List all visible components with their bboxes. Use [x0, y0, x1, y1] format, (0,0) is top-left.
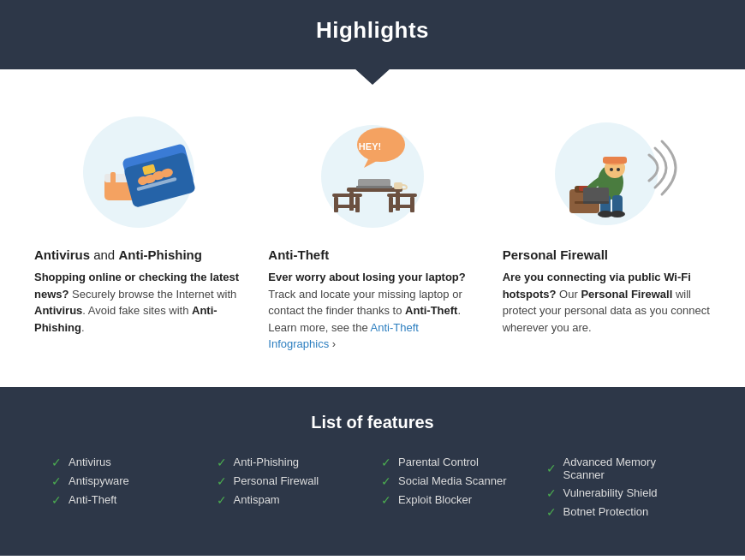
check-icon: ✓: [381, 493, 391, 507]
svg-rect-22: [334, 205, 360, 208]
feature-item: ✓Antispam: [217, 491, 365, 509]
features-column-3: ✓Advanced Memory Scanner✓Vulnerability S…: [546, 453, 694, 521]
svg-rect-23: [387, 194, 417, 197]
card-title-antitheft: Anti-Theft: [268, 247, 329, 262]
check-icon: ✓: [381, 456, 391, 469]
feature-label: Botnet Protection: [563, 505, 649, 518]
check-icon: ✓: [546, 462, 557, 475]
illustration-firewall: [503, 112, 711, 232]
svg-rect-29: [394, 182, 402, 189]
feature-item: ✓Exploit Blocker: [381, 491, 529, 509]
svg-rect-44: [603, 157, 627, 164]
feature-item: ✓Anti-Phishing: [217, 453, 365, 472]
feature-item: ✓Antivirus: [51, 453, 200, 472]
card-title-firewall: Personal Firewall: [503, 247, 608, 262]
svg-rect-28: [356, 186, 392, 188]
card-body-firewall: Are you connecting via public Wi-Fi hots…: [503, 269, 711, 336]
feature-label: Antispam: [234, 493, 280, 506]
check-icon: ✓: [217, 456, 227, 469]
svg-point-45: [610, 168, 613, 171]
check-icon: ✓: [546, 505, 557, 519]
card-body-antivirus: Shopping online or checking the latest n…: [34, 269, 242, 336]
feature-label: Exploit Blocker: [398, 493, 472, 506]
feature-item: ✓Botnet Protection: [546, 503, 694, 521]
check-icon: ✓: [217, 493, 227, 507]
feature-label: Anti-Phishing: [234, 456, 300, 468]
feature-item: ✓Advanced Memory Scanner: [546, 453, 694, 484]
highlights-section: Antivirus and Anti-Phishing Shopping onl…: [0, 69, 745, 387]
features-grid: ✓Antivirus✓Antispyware✓Anti-Theft✓Anti-P…: [51, 453, 694, 521]
check-icon: ✓: [546, 486, 557, 500]
svg-rect-3: [110, 172, 116, 186]
feature-item: ✓Vulnerability Shield: [546, 484, 694, 503]
header: Highlights: [0, 0, 745, 69]
features-column-2: ✓Parental Control✓Social Media Scanner✓E…: [381, 453, 529, 521]
features-column-0: ✓Antivirus✓Antispyware✓Anti-Theft: [51, 453, 200, 521]
check-icon: ✓: [51, 493, 62, 507]
feature-label: Personal Firewall: [234, 474, 319, 487]
illustration-antivirus: [34, 112, 242, 232]
card-title-antivirus: Antivirus and Anti-Phishing: [34, 247, 202, 262]
svg-rect-19: [332, 194, 362, 197]
feature-item: ✓Social Media Scanner: [381, 472, 529, 491]
svg-point-39: [610, 211, 625, 217]
check-icon: ✓: [51, 474, 62, 488]
feature-item: ✓Anti-Theft: [51, 491, 200, 509]
svg-text:HEY!: HEY!: [359, 141, 381, 152]
svg-rect-26: [389, 205, 414, 208]
features-title: List of features: [51, 413, 694, 432]
feature-label: Advanced Memory Scanner: [563, 456, 694, 481]
feature-item: ✓Parental Control: [381, 453, 529, 472]
highlight-card-firewall: Personal Firewall Are you connecting via…: [503, 112, 711, 353]
feature-label: Antispyware: [69, 474, 129, 487]
feature-item: ✓Antispyware: [51, 472, 200, 491]
highlight-card-antivirus: Antivirus and Anti-Phishing Shopping onl…: [34, 112, 242, 353]
svg-point-46: [617, 168, 620, 171]
feature-label: Parental Control: [398, 456, 479, 468]
features-section: List of features ✓Antivirus✓Antispyware✓…: [0, 387, 745, 556]
highlight-card-antitheft: HEY!: [268, 112, 476, 353]
feature-label: Social Media Scanner: [398, 474, 506, 487]
antitheft-link[interactable]: Anti-Theft Infographics: [268, 321, 419, 351]
svg-rect-40: [583, 188, 609, 203]
check-icon: ✓: [217, 474, 227, 488]
check-icon: ✓: [51, 456, 62, 469]
arrow-down-icon: [354, 68, 391, 85]
card-body-antitheft: Ever worry about losing your laptop? Tra…: [268, 269, 476, 353]
features-column-1: ✓Anti-Phishing✓Personal Firewall✓Antispa…: [217, 453, 365, 521]
illustration-antitheft: HEY!: [268, 112, 476, 232]
feature-label: Anti-Theft: [69, 493, 116, 506]
page-title: Highlights: [0, 17, 745, 44]
feature-label: Antivirus: [69, 456, 111, 468]
check-icon: ✓: [381, 474, 391, 488]
feature-item: ✓Personal Firewall: [217, 472, 365, 491]
svg-rect-41: [583, 201, 609, 204]
feature-label: Vulnerability Shield: [563, 486, 658, 499]
